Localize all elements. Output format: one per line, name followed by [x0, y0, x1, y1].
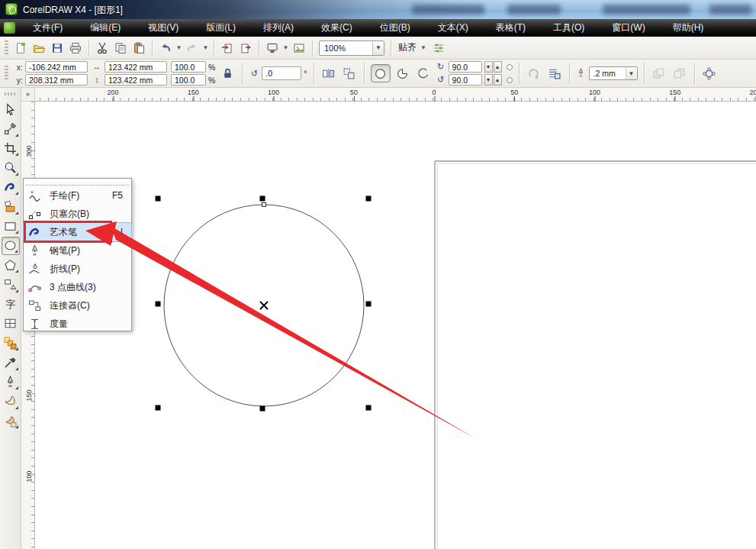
flyout-item-手绘F[interactable]: 手绘(F)F5 [24, 186, 131, 205]
convert-to-curves-button[interactable] [701, 64, 718, 82]
scale-h-field[interactable]: 100.0 [171, 61, 206, 73]
crop-tool[interactable] [2, 139, 20, 157]
percent-label: % [208, 63, 215, 72]
chevron-down-icon[interactable]: ▼ [281, 39, 290, 57]
menu-item[interactable]: 文件(F) [24, 19, 71, 37]
eyedropper-tool[interactable] [2, 354, 20, 372]
pick-tool[interactable] [2, 100, 20, 118]
ellipse-tool[interactable] [2, 237, 20, 255]
width-field[interactable]: 123.422 mm [105, 61, 167, 73]
ruler-label: 150 [25, 389, 33, 402]
outline-width-select[interactable]: .2 mm ▼ [589, 66, 638, 80]
lock-ratio-button[interactable] [219, 64, 236, 82]
to-front-button[interactable] [651, 64, 668, 82]
chevron-down-icon[interactable]: ▼ [201, 39, 210, 57]
import-button[interactable] [218, 39, 236, 57]
export-button[interactable] [236, 39, 255, 57]
paste-button[interactable] [130, 39, 148, 57]
start-angle-icon: ↻ [436, 63, 446, 71]
toolbox-grip[interactable] [5, 92, 17, 95]
ruler-origin[interactable]: ⌖ [21, 88, 35, 102]
arc-mode-button[interactable] [415, 64, 432, 82]
wrap-paragraph-text-button[interactable] [341, 64, 358, 82]
menu-item[interactable]: 窗口(W) [603, 19, 653, 37]
dimension-icon [28, 318, 41, 331]
fill-tool[interactable] [2, 392, 20, 411]
horizontal-ruler[interactable]: 20015010050050100150200 [35, 88, 756, 102]
title-bar: CorelDRAW X4 - [图形1] [0, 0, 756, 19]
menu-item[interactable]: 版面(L) [198, 19, 244, 37]
end-angle-field[interactable]: 90.0 [449, 74, 482, 86]
coreldraw-app-icon [5, 3, 18, 15]
table-tool[interactable] [2, 315, 20, 333]
start-angle-field[interactable]: 90.0 [449, 61, 482, 73]
end-angle-spinner[interactable]: ▼▲ [484, 74, 502, 86]
interactive-fill-tool[interactable] [2, 412, 20, 430]
copy-button[interactable] [111, 39, 130, 57]
new-doc-button[interactable] [11, 39, 30, 57]
menu-item[interactable]: 编辑(E) [82, 19, 129, 37]
chevron-down-icon[interactable]: ▼ [372, 41, 384, 55]
chevron-down-icon[interactable]: ▼ [626, 67, 637, 79]
polygon-tool[interactable] [2, 256, 20, 274]
menu-item[interactable]: 效果(C) [313, 19, 361, 37]
welcome-screen-button[interactable] [290, 39, 308, 57]
save-button[interactable] [48, 39, 66, 57]
menu-item[interactable]: 文本(X) [429, 19, 477, 37]
to-back-button[interactable] [671, 64, 688, 82]
basic-shapes-tool[interactable] [2, 276, 20, 294]
text-tool[interactable]: 字 [2, 295, 20, 313]
zoom-level-value: 100% [320, 44, 372, 53]
outline-pen-tool[interactable] [2, 373, 20, 391]
flyout-item-度量[interactable]: 度量 [24, 315, 131, 333]
rotation-angle-field[interactable]: .0 [262, 66, 301, 80]
x-position-field[interactable]: -106.242 mm [25, 61, 88, 73]
angle-radio[interactable] [507, 77, 513, 83]
options-button[interactable] [429, 39, 448, 57]
drawing-canvas[interactable] [35, 102, 756, 549]
change-direction-button[interactable] [526, 64, 542, 82]
start-angle-spinner[interactable]: ▼▲ [484, 61, 502, 73]
chevron-down-icon[interactable]: ▼ [420, 44, 426, 51]
menu-item[interactable]: 视图(V) [140, 19, 187, 37]
blend-tool[interactable] [2, 334, 20, 352]
chevron-down-icon[interactable]: ▼ [175, 39, 183, 57]
zoom-tool[interactable] [2, 159, 20, 177]
app-launcher-button[interactable] [263, 39, 281, 57]
propbar-grip[interactable] [5, 66, 8, 81]
smart-fill-tool[interactable] [2, 198, 20, 216]
flyout-item-贝塞尔B[interactable]: 贝塞尔(B) [24, 205, 131, 223]
mirror-button[interactable] [320, 64, 337, 82]
menu-item[interactable]: 工具(O) [545, 19, 593, 37]
ruler-label: 50 [510, 89, 518, 96]
redo-button[interactable] [183, 39, 201, 57]
height-field[interactable]: 123.422 mm [105, 74, 167, 86]
pie-mode-button[interactable] [394, 64, 411, 82]
open-button[interactable] [30, 39, 48, 57]
flyout-item-钢笔P[interactable]: 钢笔(P) [24, 241, 131, 260]
flyout-tearoff-grip[interactable] [26, 180, 129, 186]
shape-tool[interactable] [2, 120, 20, 138]
toolbar-grip[interactable] [5, 40, 8, 56]
menu-item[interactable]: 位图(B) [372, 19, 419, 37]
text-wrap-button[interactable] [546, 64, 563, 82]
flyout-item-连接器C[interactable]: 连接器(C) [24, 296, 131, 315]
menu-item[interactable]: 表格(T) [487, 19, 534, 37]
print-button[interactable] [66, 39, 85, 57]
cut-button[interactable] [93, 39, 111, 57]
undo-button[interactable] [156, 39, 175, 57]
scale-v-field[interactable]: 100.0 [171, 74, 206, 86]
snap-to-button[interactable]: 贴齐 ▼ [395, 40, 429, 57]
percent-label: % [208, 76, 215, 85]
menu-item[interactable]: 排列(A) [255, 19, 302, 37]
y-position-field[interactable]: 208.312 mm [25, 74, 88, 86]
ellipse-mode-button[interactable] [371, 64, 391, 82]
freehand-tool[interactable] [2, 178, 20, 196]
menu-item[interactable]: 帮助(H) [664, 19, 713, 37]
flyout-item-3 点曲线3[interactable]: 3 点曲线(3) [24, 278, 131, 296]
flyout-item-艺术笔[interactable]: 艺术笔I [24, 223, 131, 241]
rectangle-tool[interactable] [2, 217, 20, 235]
angle-radio[interactable] [507, 64, 513, 70]
flyout-item-折线P[interactable]: 折线(P) [24, 260, 131, 278]
zoom-level-combo[interactable]: 100% ▼ [319, 40, 384, 56]
